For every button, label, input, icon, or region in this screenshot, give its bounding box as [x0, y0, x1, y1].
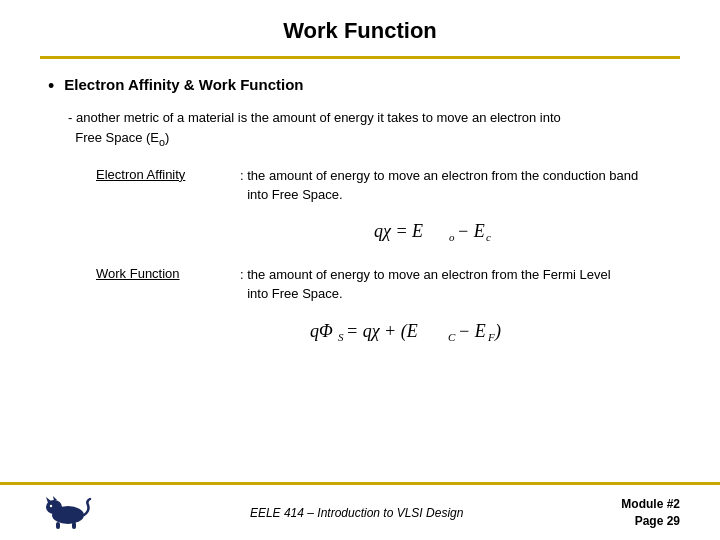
page-label: Page 29	[621, 513, 680, 530]
svg-point-17	[50, 505, 52, 507]
svg-text:S: S	[338, 331, 344, 343]
svg-text:): )	[494, 321, 501, 342]
term-row-electron-affinity: Electron Affinity : the amount of energy…	[96, 166, 672, 255]
section-title: Electron Affinity & Work Function	[64, 75, 303, 95]
svg-rect-16	[72, 522, 76, 529]
bullet-point: •	[48, 75, 54, 98]
work-function-def: : the amount of energy to move an electr…	[240, 265, 611, 304]
svg-text:− E: − E	[457, 221, 485, 241]
section-heading: • Electron Affinity & Work Function	[48, 75, 672, 98]
svg-rect-15	[56, 522, 60, 529]
formula-work-function: qΦ S = qχ + (E C − E F )	[240, 312, 611, 350]
electron-affinity-def: : the amount of energy to move an electr…	[240, 166, 638, 205]
electron-affinity-content: : the amount of energy to move an electr…	[240, 166, 638, 255]
formula-svg-1: qχ = E o − E c	[374, 213, 504, 249]
sub-desc-line1: - another metric of a material is the am…	[68, 110, 561, 125]
title-bar: Work Function	[0, 0, 720, 52]
sub-description: - another metric of a material is the am…	[68, 108, 672, 149]
svg-text:qχ = E: qχ = E	[374, 221, 423, 241]
work-function-content: : the amount of energy to move an electr…	[240, 265, 611, 356]
work-function-label: Work Function	[96, 265, 226, 281]
footer-module-page: Module #2 Page 29	[621, 496, 680, 530]
svg-text:F: F	[487, 331, 495, 343]
formula-electron-affinity: qχ = E o − E c	[240, 213, 638, 249]
content-area: • Electron Affinity & Work Function - an…	[0, 59, 720, 482]
svg-text:o: o	[449, 231, 455, 243]
slide-title: Work Function	[40, 18, 680, 44]
svg-text:qΦ: qΦ	[310, 321, 333, 341]
sub-desc-line2: Free Space (Eo)	[68, 130, 169, 145]
svg-text:C: C	[448, 331, 456, 343]
formula-svg-2: qΦ S = qχ + (E C − E F )	[310, 312, 540, 350]
term-row-work-function: Work Function : the amount of energy to …	[96, 265, 672, 356]
module-label: Module #2	[621, 496, 680, 513]
term-rows: Electron Affinity : the amount of energy…	[96, 166, 672, 356]
panther-logo	[40, 493, 92, 532]
svg-text:− E: − E	[458, 321, 486, 341]
electron-affinity-label: Electron Affinity	[96, 166, 226, 182]
logo-svg	[40, 493, 92, 529]
svg-text:= qχ + (E: = qχ + (E	[346, 321, 418, 342]
footer: EELE 414 – Introduction to VLSI Design M…	[0, 482, 720, 540]
footer-course: EELE 414 – Introduction to VLSI Design	[250, 506, 463, 520]
subscript-o: o	[159, 135, 165, 147]
slide: Work Function • Electron Affinity & Work…	[0, 0, 720, 540]
svg-text:c: c	[486, 231, 491, 243]
